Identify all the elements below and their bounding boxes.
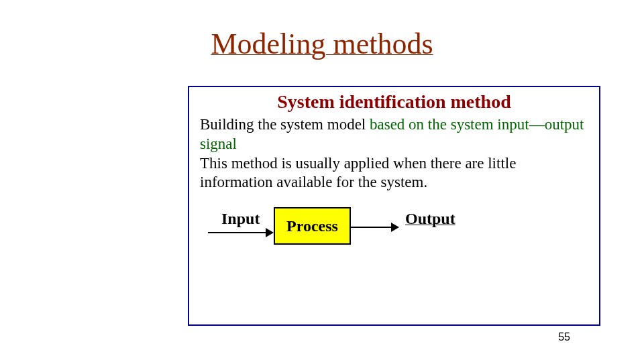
body-line1-black: Building the system model xyxy=(200,116,370,133)
diagram-process-box: Process xyxy=(274,207,351,245)
body-line2: This method is usually applied when ther… xyxy=(200,155,516,191)
content-box: System identification method Building th… xyxy=(188,86,600,326)
arrow-right-icon xyxy=(208,226,275,239)
diagram: Input Process Output xyxy=(196,211,592,258)
diagram-input-label: Input xyxy=(221,210,260,228)
arrow-right-icon xyxy=(351,223,405,237)
subtitle: System identification method xyxy=(196,91,592,113)
body-text: Building the system model based on the s… xyxy=(196,115,592,192)
page-title: Modeling methods xyxy=(0,27,644,61)
slide: Modeling methods System identification m… xyxy=(0,0,644,362)
diagram-process-label: Process xyxy=(286,217,338,235)
page-number: 55 xyxy=(558,331,570,343)
diagram-output-label: Output xyxy=(405,210,455,228)
